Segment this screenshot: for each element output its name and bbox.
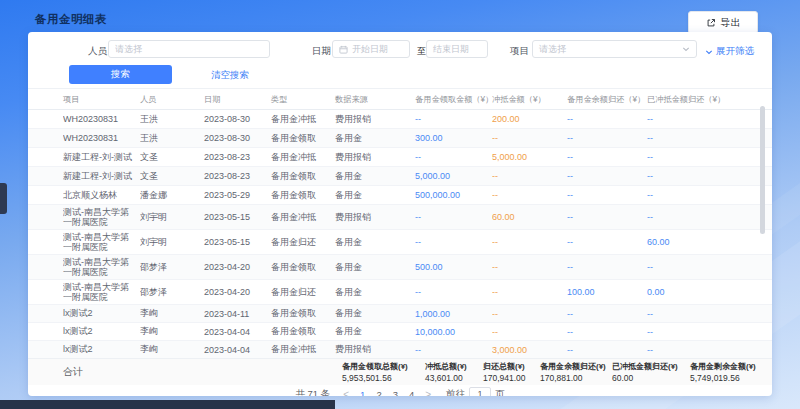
cell-balance-returned: 100.00: [567, 287, 647, 297]
cell-person: 文圣: [140, 170, 204, 183]
page-background: 备用金明细表 导出 人员 日期 开始日期 至 结束日期: [0, 0, 800, 409]
table-header: 项目 人员 日期 类型 数据来源 备用金领取金额（¥） 冲抵金额（¥） 备用金余…: [28, 88, 772, 110]
cell-amount-offset: 200.00: [492, 114, 567, 124]
page-number-1[interactable]: 1: [358, 389, 367, 397]
goto-label: 前往: [446, 388, 465, 397]
cell-amount-offset: 3,000.00: [492, 345, 567, 355]
table-row: WH20230831 王洪 2023-08-30 备用金领取 备用金 300.0…: [28, 129, 772, 148]
prev-page-icon[interactable]: <: [341, 389, 351, 397]
cell-project: 测试-南昌大学第一附属医院: [63, 257, 140, 277]
cell-type: 备用金冲抵: [271, 151, 335, 164]
cell-type: 备用金冲抵: [271, 343, 335, 356]
clear-search-link[interactable]: 清空搜索: [211, 69, 249, 82]
cell-date: 2023-04-04: [204, 327, 271, 337]
cell-amount-received: 300.00: [415, 133, 492, 143]
table-row: 测试-南昌大学第一附属医院 刘宇明 2023-05-15 备用金归还 备用金 -…: [28, 230, 772, 255]
cell-source: 费用报销: [335, 211, 415, 224]
cell-source: 备用金: [335, 325, 415, 338]
cell-date: 2023-08-23: [204, 171, 271, 181]
next-page-icon[interactable]: >: [423, 389, 433, 397]
summary-items: 备用金领取总额(¥) 5,953,501.56 冲抵总额(¥) 43,601.0…: [342, 359, 772, 385]
cell-amount-received: --: [415, 114, 492, 124]
cell-date: 2023-04-04: [204, 345, 271, 355]
summary-item-value: 60.00: [612, 373, 686, 383]
vertical-scrollbar[interactable]: [760, 106, 765, 234]
cell-date: 2023-08-23: [204, 152, 271, 162]
cell-type: 备用金领取: [271, 261, 335, 274]
date-end-input[interactable]: 结束日期: [426, 40, 488, 58]
page-number-4[interactable]: 4: [407, 389, 416, 397]
column-header: 人员: [140, 94, 204, 105]
table-row: lx测试2 李峋 2023-04-11 备用金领取 备用金 1,000.00 -…: [28, 305, 772, 323]
person-input[interactable]: [108, 40, 270, 58]
date-end-placeholder: 结束日期: [433, 43, 469, 56]
cell-project: 测试-南昌大学第一附属医院: [63, 232, 140, 252]
cell-date: 2023-08-30: [204, 114, 271, 124]
summary-item-label: 已冲抵金额归还(¥): [612, 361, 686, 372]
cell-person: 李峋: [140, 325, 204, 338]
pagination: 共 71 条 < 1 2 3 4 > 前往 页: [28, 385, 772, 396]
column-header: 项目: [63, 94, 140, 105]
cell-amount-offset: --: [492, 287, 567, 297]
cell-amount-received: 500.00: [415, 262, 492, 272]
cell-date: 2023-04-11: [204, 309, 271, 319]
cell-source: 备用金: [335, 307, 415, 320]
table-row: 测试-南昌大学第一附属医院 刘宇明 2023-05-15 备用金冲抵 费用报销 …: [28, 205, 772, 230]
export-button[interactable]: 导出: [688, 11, 758, 34]
table-body: WH20230831 王洪 2023-08-30 备用金冲抵 费用报销 -- 2…: [28, 110, 772, 358]
cell-project: lx测试2: [63, 325, 140, 338]
goto-page-group: 前往 页: [446, 387, 505, 396]
export-icon: [706, 18, 716, 28]
cell-person: 邵梦泽: [140, 261, 204, 274]
cell-source: 备用金: [335, 236, 415, 249]
column-header: 已冲抵金额归还（¥）: [647, 94, 744, 105]
cell-balance-returned: --: [567, 345, 647, 355]
table-row: WH20230831 王洪 2023-08-30 备用金冲抵 费用报销 -- 2…: [28, 110, 772, 129]
summary-item: 备用金余额归还(¥) 170,881.00: [540, 361, 612, 383]
expand-filters-link[interactable]: 展开筛选: [705, 45, 754, 58]
summary-item: 已冲抵金额归还(¥) 60.00: [612, 361, 690, 383]
cell-source: 备用金: [335, 261, 415, 274]
table-row: 北京顺义杨林 潘金娜 2023-05-29 备用金领取 备用金 500,000.…: [28, 186, 772, 205]
cell-offset-returned: --: [647, 327, 744, 337]
column-header: 数据来源: [335, 94, 415, 105]
summary-item-value: 5,749,019.56: [690, 373, 770, 383]
cell-type: 备用金冲抵: [271, 211, 335, 224]
page-number-3[interactable]: 3: [391, 389, 400, 397]
cell-source: 费用报销: [335, 113, 415, 126]
cell-balance-returned: --: [567, 114, 647, 124]
cell-project: 测试-南昌大学第一附属医院: [63, 207, 140, 227]
date-start-input[interactable]: 开始日期: [332, 40, 410, 58]
search-button[interactable]: 搜索: [69, 65, 172, 84]
export-button-label: 导出: [721, 16, 741, 30]
goto-page-input[interactable]: [469, 387, 491, 396]
main-card: 人员 日期 开始日期 至 结束日期 项目 请选择: [28, 32, 772, 396]
cell-amount-offset: --: [492, 262, 567, 272]
chevron-down-icon: [705, 48, 713, 56]
cell-type: 备用金领取: [271, 307, 335, 320]
cell-offset-returned: --: [647, 345, 744, 355]
table-row: lx测试2 李峋 2023-04-04 备用金领取 备用金 10,000.00 …: [28, 323, 772, 341]
date-start-placeholder: 开始日期: [352, 43, 388, 56]
page-title: 备用金明细表: [35, 12, 107, 27]
page-number-2[interactable]: 2: [374, 389, 383, 397]
project-select[interactable]: 请选择: [532, 40, 697, 58]
cell-date: 2023-05-15: [204, 237, 271, 247]
cell-date: 2023-05-15: [204, 212, 271, 222]
column-header: 备用金余额归还（¥）: [567, 94, 647, 105]
column-header: 类型: [271, 94, 335, 105]
cell-project: 测试-南昌大学第一附属医院: [63, 282, 140, 302]
cell-amount-offset: --: [492, 171, 567, 181]
cell-person: 刘宇明: [140, 236, 204, 249]
cell-balance-returned: --: [567, 171, 647, 181]
cell-person: 刘宇明: [140, 211, 204, 224]
summary-item-label: 备用金剩余金额(¥): [690, 361, 770, 372]
drawer-handle[interactable]: [0, 183, 7, 214]
cell-amount-received: --: [415, 237, 492, 247]
cell-amount-received: 5,000.00: [415, 171, 492, 181]
column-header: 冲抵金额（¥）: [492, 94, 567, 105]
project-select-placeholder: 请选择: [539, 43, 566, 56]
cell-balance-returned: --: [567, 309, 647, 319]
summary-item-label: 冲抵总额(¥): [425, 361, 479, 372]
cell-source: 费用报销: [335, 151, 415, 164]
